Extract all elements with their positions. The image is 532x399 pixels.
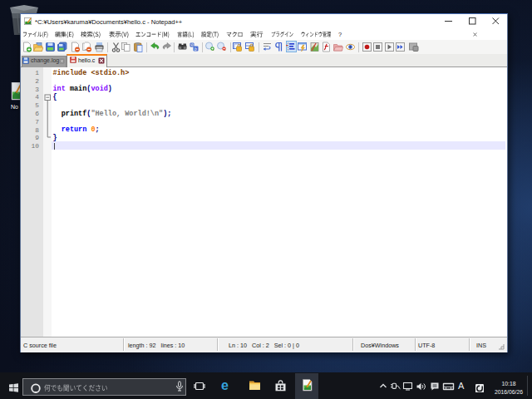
svg-text:b: b <box>195 47 197 52</box>
svg-text:b: b <box>190 42 193 47</box>
